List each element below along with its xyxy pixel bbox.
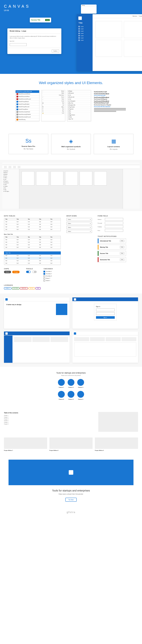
table-row[interactable]: CellCellCellCellCell: [4, 260, 60, 262]
text-input[interactable]: [105, 225, 123, 228]
artboard[interactable]: [22, 171, 34, 186]
nav-row[interactable]: ▸ Tags: [67, 112, 91, 114]
artboard[interactable]: [51, 171, 63, 186]
artboard[interactable]: [80, 171, 92, 186]
table-row[interactable]: CellCellCellCellCell: [4, 244, 60, 246]
dropdown-field[interactable]: Select▾: [66, 222, 92, 225]
icon-row[interactable]: ≡List: [41, 104, 65, 106]
icon-row[interactable]: ☰Menu: [41, 106, 65, 108]
nav-row[interactable]: ▸ Badges: [67, 90, 91, 92]
nav-row[interactable]: ▸ Card: [67, 98, 91, 100]
undo-button[interactable]: Undo: [120, 246, 124, 248]
icon-row[interactable]: ⬇Sort: [41, 108, 65, 110]
style-row[interactable]: Button/Warning: [16, 118, 39, 121]
icon-row[interactable]: —Dash: [41, 98, 65, 100]
undo-button[interactable]: Undo: [120, 252, 124, 255]
icon-row[interactable]: ★Star: [41, 110, 65, 112]
chip-default[interactable]: Default: [4, 271, 11, 273]
artboard[interactable]: [94, 171, 107, 186]
sidebar-item[interactable]: Label: [78, 30, 91, 32]
nav-row[interactable]: ▸ Blockquote: [67, 92, 91, 94]
icon-row[interactable]: ○Circle: [41, 100, 65, 102]
sidebar-item[interactable]: Label: [78, 39, 91, 41]
success-undo-button[interactable]: Undo: [45, 19, 50, 21]
checkbox[interactable]: Option 2: [43, 280, 53, 282]
icon-row[interactable]: •Bullet: [41, 92, 65, 94]
toggle-on[interactable]: [26, 271, 31, 273]
toggle-off[interactable]: [32, 271, 37, 273]
style-row[interactable]: Button/Destructive/Focused: [16, 98, 39, 101]
undo-button[interactable]: Undo: [120, 259, 124, 261]
sidebar-item[interactable]: Label: [78, 33, 91, 34]
checkbox[interactable]: Checkbox 2: [43, 273, 53, 275]
style-row[interactable]: Button/Secondary/Default: [16, 111, 39, 113]
chip-orange[interactable]: Orange: [12, 271, 19, 273]
text-input[interactable]: [105, 222, 123, 224]
nav-row[interactable]: ▸ Page Header: [67, 106, 91, 108]
nav-row[interactable]: ▸ Pagination: [67, 108, 91, 110]
nav-row[interactable]: ▸ Lists: [67, 94, 91, 96]
sidebar-item[interactable]: Label: [78, 35, 91, 36]
nav-customers[interactable]: Customers: [139, 15, 142, 17]
sidebar-item[interactable]: Label: [78, 37, 91, 39]
password-field[interactable]: [96, 312, 115, 315]
layer-item[interactable]: ▸ Text Styles: [3, 191, 18, 192]
icon-row[interactable]: ←Arrow: [41, 90, 65, 92]
text-input[interactable]: [105, 218, 123, 221]
table-row[interactable]: CellCellCellCellCell: [4, 241, 60, 244]
style-row[interactable]: Button/Primary/Disabled: [16, 103, 39, 106]
canvas[interactable]: [19, 169, 123, 209]
nav-row[interactable]: ▸ Toggle Switch: [67, 114, 91, 116]
style-row[interactable]: Button/Secondary/Focused: [16, 116, 39, 118]
style-row[interactable]: Button/Primary/Hover: [16, 108, 39, 111]
nav-row[interactable]: ▸ Navigation Bar: [67, 104, 91, 106]
table-row[interactable]: CellCellCellCellCell: [4, 246, 60, 249]
try-now-button[interactable]: Try Now: [65, 498, 77, 502]
artboard[interactable]: [36, 171, 49, 186]
table-row[interactable]: CellCellCellCellCell: [4, 255, 60, 257]
project-card[interactable]: Project Edition 3: [95, 437, 138, 451]
table-row[interactable]: CellCellCellCellCell: [4, 223, 60, 226]
undo-button[interactable]: Undo: [120, 240, 124, 242]
icon-row[interactable]: ↓Caret down: [41, 94, 65, 96]
tool-button[interactable]: [18, 166, 20, 168]
table-row[interactable]: CellCellCellCellCell: [4, 257, 60, 260]
nav-solutions[interactable]: Solutions: [132, 15, 137, 17]
style-row[interactable]: Button/Primary/Default: [16, 101, 39, 103]
artboard[interactable]: [65, 171, 78, 186]
dropdown-field[interactable]: Select▾: [66, 230, 92, 233]
nav-row[interactable]: ▸ More Nav: [67, 102, 91, 104]
modal-input[interactable]: [10, 43, 27, 46]
table-row[interactable]: CellCellCellCellCell: [4, 226, 60, 228]
nav-row[interactable]: ▸ Type Test: [67, 118, 91, 120]
style-row[interactable]: Button/Primary/Focused: [16, 106, 39, 108]
tool-button[interactable]: [4, 166, 7, 168]
email-field[interactable]: [96, 309, 115, 311]
icon-row[interactable]: ✓Check: [41, 96, 65, 98]
signin-button[interactable]: Sign in: [96, 316, 115, 319]
style-row[interactable]: Button/Destructive/Hover: [16, 95, 39, 98]
nav-row[interactable]: ▸ Tooltip: [67, 116, 91, 118]
project-card[interactable]: Project Edition 1: [4, 437, 47, 451]
icon-row[interactable]: 🔒Lock: [41, 112, 65, 114]
style-row[interactable]: Button/Destructive/Default: [16, 93, 39, 95]
toc-item[interactable]: Chapter 6: [4, 423, 93, 425]
nav-row[interactable]: ▸ List Navigation: [67, 100, 91, 102]
dropdown-field[interactable]: Select▾: [66, 218, 92, 221]
table-row[interactable]: CellCellCellCellCell: [4, 221, 60, 223]
checkbox[interactable]: Checkbox 1: [43, 271, 53, 272]
table-row[interactable]: CellCellCellCellCell: [4, 239, 60, 241]
nav-row[interactable]: ▸ Breadcrumb: [67, 96, 91, 98]
table-row[interactable]: CellCellCellCellCell: [4, 228, 60, 231]
confirm-button[interactable]: Confirm: [52, 49, 59, 53]
sidebar-item[interactable]: Label: [78, 28, 91, 30]
table-row[interactable]: CellCellCellCellCell: [4, 262, 60, 265]
style-row[interactable]: Button/Secondary/Disabled: [16, 113, 39, 116]
dropdown-field[interactable]: Select▾: [66, 226, 92, 229]
sidebar-item[interactable]: Label: [78, 26, 91, 27]
tool-button[interactable]: [13, 166, 16, 168]
icon-row[interactable]: ▤Grid: [41, 102, 65, 104]
nav-row[interactable]: ▸ Tabs: [67, 110, 91, 112]
tool-button[interactable]: [9, 166, 11, 168]
project-card[interactable]: Project Edition 2: [49, 437, 93, 451]
